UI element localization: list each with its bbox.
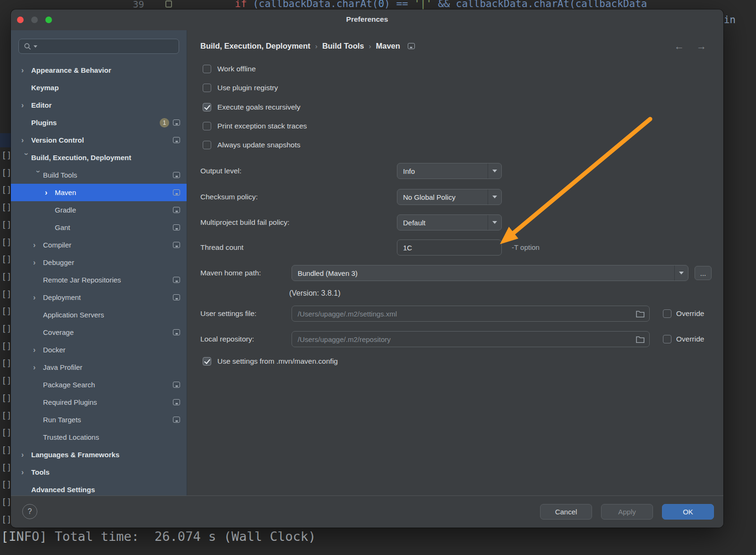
sidebar-item-trusted-locations[interactable]: Trusted Locations [11,428,187,446]
checkbox-box[interactable] [203,84,211,92]
sidebar-item-maven[interactable]: ›Maven [11,184,187,201]
sidebar-item-label: Debugger [43,258,180,266]
chevron-right-icon[interactable]: › [33,293,43,302]
console-line-fragment: [] [1,150,12,160]
console-line-fragment: [] [1,306,12,316]
back-button[interactable]: ← [674,41,684,52]
sidebar-item-compiler[interactable]: ›Compiler [11,236,187,254]
shared-settings-icon [173,399,180,405]
chevron-right-icon[interactable]: › [21,468,31,477]
sidebar-item-languages-frameworks[interactable]: ›Languages & Frameworks [11,446,187,463]
sidebar-item-label: Languages & Frameworks [31,451,180,459]
search-history-chevron-icon[interactable] [34,45,37,48]
fail-policy-select[interactable]: Default [397,214,502,231]
checkbox-use-plugin-registry[interactable]: Use plugin registry [203,82,278,94]
local-repository-input[interactable]: /Users/upagge/.m2/repository [292,331,650,347]
checkbox-work-offline[interactable]: Work offline [203,63,256,75]
settings-search-input[interactable] [18,39,179,54]
checkbox-box[interactable] [203,65,211,73]
chevron-right-icon[interactable]: › [33,241,43,249]
thread-count-input[interactable]: 1C [397,239,502,256]
shared-settings-icon [173,277,180,283]
sidebar-item-required-plugins[interactable]: Required Plugins [11,393,187,411]
folder-icon[interactable] [636,310,644,317]
chevron-right-icon[interactable]: › [21,66,31,75]
override-checkbox[interactable] [663,335,671,343]
sidebar-item-editor[interactable]: ›Editor [11,96,187,114]
console-line-fragment: [] [1,341,12,351]
help-button[interactable]: ? [22,504,37,519]
sidebar-item-version-control[interactable]: ›Version Control [11,131,187,149]
chevron-down-icon[interactable]: › [34,170,43,180]
sidebar-item-label: Appearance & Behavior [31,66,180,74]
shared-settings-icon [408,43,415,49]
override-checkbox[interactable] [663,309,671,318]
sidebar-item-keymap[interactable]: Keymap [11,79,187,96]
checkbox-box[interactable] [203,357,211,366]
cancel-button[interactable]: Cancel [540,504,592,520]
chevron-right-icon[interactable]: › [21,101,31,110]
checksum-policy-select[interactable]: No Global Policy [397,189,502,205]
output-level-label: Output level: [200,163,241,179]
user-settings-override[interactable]: Override [663,307,704,320]
sidebar-item-gant[interactable]: Gant [11,219,187,236]
sidebar-item-coverage[interactable]: Coverage [11,324,187,341]
maven-home-select[interactable]: Bundled (Maven 3) [292,265,688,281]
user-settings-file-input[interactable]: /Users/upagge/.m2/settings.xml [292,306,650,322]
chevron-right-icon[interactable]: › [21,136,31,145]
sidebar-item-gradle[interactable]: Gradle [11,201,187,219]
chevron-down-icon[interactable] [488,215,501,230]
sidebar-item-package-search[interactable]: Package Search [11,376,187,393]
chevron-right-icon[interactable]: › [33,363,43,372]
folder-icon[interactable] [636,336,644,343]
sidebar-item-label: Editor [31,101,180,109]
checkbox-use-mvn-config[interactable]: Use settings from .mvn/maven.config [203,355,338,367]
checkbox-execute-goals-recursively[interactable]: Execute goals recursively [203,101,301,113]
shared-settings-icon [173,382,180,388]
local-repository-override[interactable]: Override [663,333,704,345]
chevron-right-icon[interactable]: › [21,451,31,459]
shared-settings-icon [173,120,180,126]
chevron-down-icon[interactable]: › [22,153,31,162]
chevron-down-icon[interactable] [488,189,501,205]
checkbox-box[interactable] [203,122,211,130]
chevron-right-icon[interactable]: › [33,258,43,267]
dialog-titlebar[interactable]: Preferences [11,9,723,30]
checkbox-box[interactable] [203,103,211,111]
breadcrumb-item[interactable]: Build Tools [322,42,364,51]
browse-maven-home-button[interactable]: ... [695,266,712,280]
sidebar-item-appearance-behavior[interactable]: ›Appearance & Behavior [11,61,187,79]
sidebar-item-java-profiler[interactable]: ›Java Profiler [11,359,187,376]
sidebar-item-label: Plugins [31,119,160,127]
sidebar-item-run-targets[interactable]: Run Targets [11,411,187,428]
sidebar-item-build-execution-deployment[interactable]: ›Build, Execution, Deployment [11,149,187,166]
chevron-right-icon[interactable]: › [33,346,43,354]
breadcrumb-item[interactable]: Maven [376,42,400,51]
sidebar-item-deployment[interactable]: ›Deployment [11,289,187,306]
sidebar-item-docker[interactable]: ›Docker [11,341,187,359]
sidebar-item-remote-jar-repositories[interactable]: Remote Jar Repositories [11,271,187,289]
output-level-select[interactable]: Info [397,163,502,179]
sidebar-item-plugins[interactable]: Plugins1 [11,114,187,131]
sidebar-item-build-tools[interactable]: ›Build Tools [11,166,187,184]
checkbox-box[interactable] [203,141,211,149]
checkbox-print-exception-stack-traces[interactable]: Print exception stack traces [203,120,307,132]
shared-settings-icon [173,224,180,231]
chevron-down-icon[interactable] [488,163,501,179]
ok-button[interactable]: OK [662,504,714,520]
forward-button[interactable]: → [696,41,706,52]
sidebar-item-debugger[interactable]: ›Debugger [11,254,187,271]
console-line-fragment: [] [1,376,12,385]
override-label: Override [676,335,704,343]
apply-button[interactable]: Apply [601,504,653,520]
sidebar-item-advanced-settings[interactable]: Advanced Settings [11,481,187,495]
fail-policy-label: Multiproject build fail policy: [200,214,290,231]
sidebar-item-tools[interactable]: ›Tools [11,463,187,481]
console-line-fragment: [] [1,514,12,524]
sidebar-item-application-servers[interactable]: Application Servers [11,306,187,324]
console-line-fragment: [] [1,237,12,247]
breadcrumb-item[interactable]: Build, Execution, Deployment [200,42,310,51]
checkbox-always-update-snapshots[interactable]: Always update snapshots [203,139,301,151]
chevron-right-icon[interactable]: › [45,188,55,197]
chevron-down-icon[interactable] [674,265,688,281]
